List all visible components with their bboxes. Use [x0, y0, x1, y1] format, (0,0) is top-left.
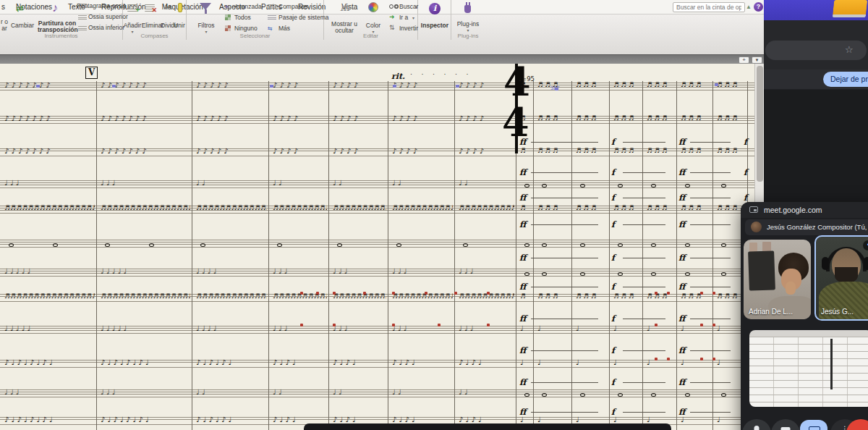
dynamic-marking: f: [744, 137, 747, 147]
dynamic-marking: ff: [678, 377, 685, 387]
doc-add-tab-button[interactable]: +: [739, 56, 749, 64]
help-icon[interactable]: ?: [754, 2, 763, 12]
note-cluster: ♩ ♩ ♩: [101, 387, 190, 397]
dynamic-marking: ff: [678, 313, 685, 324]
tile-options-icon[interactable]: •••: [863, 240, 868, 250]
whole-note: [542, 184, 547, 187]
note-cluster: ♩: [647, 324, 675, 333]
note-cluster: ♬ ♬ ♬: [576, 80, 608, 90]
out-of-range-note: [333, 292, 336, 295]
out-of-range-note: [316, 292, 319, 295]
dynamic-marking: f: [611, 282, 615, 292]
meet-participant-row[interactable]: Jesús González Compositor (Tú, p... ⋮: [745, 219, 868, 235]
dynamic-marking: ff: [519, 167, 526, 177]
person-beard: [835, 267, 858, 283]
note-cluster: ♩: [537, 358, 570, 367]
hairpin-line: [531, 382, 598, 383]
whole-note: [685, 393, 690, 397]
note-cluster: ♪ ♪ ♪ ♪: [459, 80, 514, 90]
note-cluster: ♩ ♩ ♩ ♩ ♩: [101, 324, 190, 333]
staff: [0, 240, 754, 249]
whole-note: [618, 393, 623, 397]
note-cluster: ♩ ♩ ♩ ♩: [196, 324, 267, 333]
hairpin-line: [690, 382, 731, 383]
ribbon-search-input[interactable]: [673, 2, 745, 12]
select-all-icon: [225, 14, 231, 20]
note-cluster: ♩ ♩ ♩: [459, 266, 514, 276]
hairpin-line: [531, 412, 598, 413]
ossia-superior-icon: [78, 15, 87, 21]
hairpin-line: [690, 319, 731, 319]
out-of-range-note: [655, 324, 658, 326]
note-cluster: ♬♬♬♬♬♬♬♬♬♬: [273, 203, 327, 213]
video-tile-adrian[interactable]: Adrian De L...: [744, 240, 811, 319]
out-of-range-note: [655, 358, 658, 361]
whole-note: [580, 393, 585, 397]
whole-note: [542, 243, 547, 247]
group-editar: m Mostrar u ocultar Color ▾ Buscar ▾ ➜ I…: [324, 0, 418, 40]
group-compases: + Añadir ▾ ✕ Eliminar ✂ Dividir Unir Com…: [123, 0, 187, 40]
hairpin-line: [623, 142, 665, 143]
note-cluster: ♬ ♬ ♬: [681, 80, 711, 90]
scrollbar-thumb[interactable]: [757, 66, 763, 182]
note-cluster: ♬ ♬ ♬: [681, 203, 711, 213]
preview-barline: [830, 339, 833, 389]
screen-share-preview[interactable]: [749, 330, 868, 407]
note-cluster: ♩: [520, 358, 532, 367]
pip-icon: [749, 206, 758, 213]
note-cluster: ♬ ♬ ♬: [576, 203, 608, 213]
hairpin-line: [531, 319, 598, 319]
note-cluster: ♩ ♩ ♩: [273, 266, 327, 276]
hairpin-line: [623, 382, 665, 383]
whole-note: [651, 243, 656, 247]
hairpin-line: [623, 172, 665, 173]
note-cluster: ♪ ♪ ♪ ♪: [273, 80, 327, 90]
dynamic-marking: f: [611, 193, 615, 203]
hairpin-line: [531, 224, 598, 225]
selected-note: [393, 85, 396, 88]
note-cluster: ♩: [576, 358, 608, 367]
stop-presenting-button[interactable]: Dejar de pre: [823, 72, 868, 87]
note-cluster: ♩ ♩ ♩ ♩ ♩: [101, 266, 190, 276]
whole-note: [651, 272, 656, 276]
score-canvas[interactable]: 44Vrit.· · · · · ·♩=95387♪ ♪ ♪ ♪ ♪ ♪ ♪ ♪…: [0, 64, 754, 430]
dynamic-marking: ff: [519, 137, 526, 147]
dynamic-marking: f: [611, 407, 615, 417]
note-cluster: ♪ ♩ ♪ ♩: [333, 358, 386, 367]
note-cluster: ♪ ♪ ♪ ♪ ♪: [196, 80, 267, 90]
dynamic-marking: f: [744, 193, 747, 203]
hairpin-line: [531, 172, 598, 173]
note-cluster: ♩ ♩: [392, 387, 453, 397]
whole-note: [542, 272, 547, 276]
whole-note: [463, 243, 468, 247]
note-cluster: ♩: [613, 324, 641, 333]
minimize-ribbon-icon[interactable]: ▲: [746, 4, 752, 10]
bookmark-star-icon[interactable]: ☆: [845, 44, 854, 55]
dynamic-marking: ff: [678, 407, 685, 417]
note-cluster: ♩ ♩ ♩: [101, 178, 190, 187]
whole-note: [277, 243, 282, 247]
note-cluster: ♪ ♩ ♪ ♩ ♪ ♩: [196, 415, 267, 424]
note-cluster: ♬ ♬ ♬: [537, 80, 570, 90]
video-tile-jesus[interactable]: ••• Jesús G...: [814, 235, 868, 321]
hairpin-line: [690, 258, 731, 258]
system-passage-icon: [268, 15, 276, 21]
whole-note: [685, 184, 690, 187]
out-of-range-note: [700, 292, 703, 295]
dynamic-marking: ff: [678, 193, 685, 203]
out-of-range-note: [712, 358, 715, 361]
doc-view-menu-button[interactable]: ▼: [752, 56, 762, 64]
note-cluster: ♩ ♩ ♩ ♩ ♩: [4, 266, 95, 276]
note-cluster: ♬: [520, 203, 532, 213]
hairpin-line: [623, 198, 665, 198]
dock[interactable]: [304, 423, 671, 430]
note-cluster: ♪ ♪ ♪ ♪ ♪ ♪ ♪: [101, 114, 190, 123]
desktop-drive-icon[interactable]: [833, 0, 868, 17]
note-cluster: ♬ ♬ ♬: [647, 203, 675, 213]
whole-note: [580, 243, 585, 247]
hairpin-line: [531, 350, 598, 351]
present-button[interactable]: [800, 420, 827, 430]
out-of-range-note: [425, 292, 427, 295]
color-wheel-icon: [368, 2, 378, 12]
note-cluster: ♩ ♩ ♩ ♩ ♩: [4, 324, 95, 333]
